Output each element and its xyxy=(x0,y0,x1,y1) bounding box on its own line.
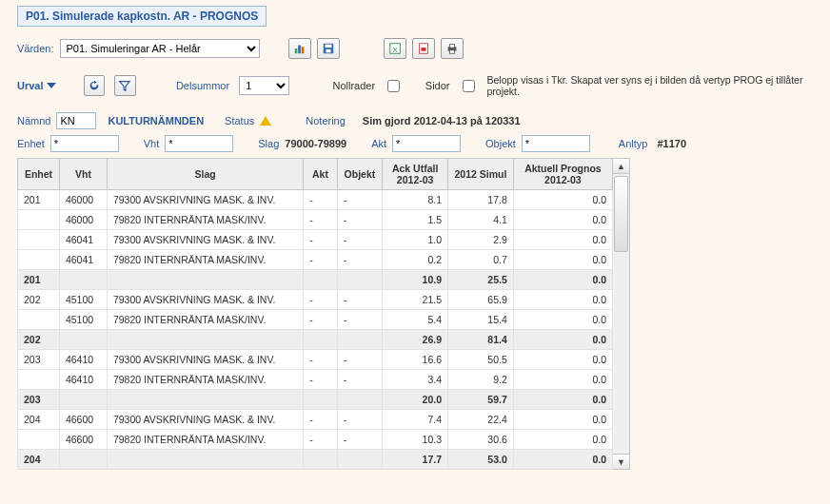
table-row: 2044660079300 AVSKRIVNING MASK. & INV.--… xyxy=(18,410,613,430)
svg-rect-5 xyxy=(326,49,330,53)
ack-cell[interactable]: 7.4 xyxy=(383,410,448,430)
ack-cell[interactable]: 10.3 xyxy=(383,430,448,450)
akt-label: Akt xyxy=(371,138,386,149)
chart-icon[interactable] xyxy=(288,38,311,59)
data-table: Enhet Vht Slag Akt Objekt Ack Utfall 201… xyxy=(17,158,613,470)
namnd-input[interactable] xyxy=(56,112,96,129)
col-ack[interactable]: Ack Utfall 2012-03 xyxy=(383,159,448,190)
table-row: 20110.925.50.0 xyxy=(18,270,613,290)
table-row: 4660079820 INTERNRÄNTA MASK/INV.--10.330… xyxy=(18,430,613,450)
col-objekt[interactable]: Objekt xyxy=(337,159,383,190)
table-row: 20320.059.70.0 xyxy=(18,390,613,410)
table-row: 20417.753.00.0 xyxy=(18,450,613,470)
enhet-input[interactable] xyxy=(50,135,119,152)
ack-cell[interactable]: 3.4 xyxy=(383,370,448,390)
urval-dropdown[interactable]: Urval xyxy=(17,80,56,91)
svg-rect-1 xyxy=(298,46,301,54)
prognos-cell[interactable]: 0.0 xyxy=(513,430,612,450)
pdf-icon[interactable] xyxy=(412,38,435,59)
status-label: Status xyxy=(225,115,254,126)
table-row: 2014600079300 AVSKRIVNING MASK. & INV.--… xyxy=(18,190,613,210)
table-row: 2034641079300 AVSKRIVNING MASK. & INV.--… xyxy=(18,350,613,370)
anltyp-value: #1170 xyxy=(657,138,686,149)
ack-cell[interactable]: 1.0 xyxy=(383,230,448,250)
svg-rect-2 xyxy=(301,47,304,53)
svg-marker-14 xyxy=(120,82,130,91)
svg-rect-11 xyxy=(449,45,454,48)
nollrader-checkbox[interactable] xyxy=(387,80,400,92)
filter-icon[interactable] xyxy=(114,75,135,96)
anltyp-label: Anltyp xyxy=(619,138,648,149)
vht-label: Vht xyxy=(144,138,160,149)
svg-marker-13 xyxy=(47,83,56,88)
prognos-cell[interactable]: 0.0 xyxy=(513,350,612,370)
page-title: P01. Simulerade kapkostn. AR - PROGNOS xyxy=(17,6,267,27)
table-row: 4600079820 INTERNRÄNTA MASK/INV.--1.54.1… xyxy=(18,210,613,230)
prognos-cell[interactable]: 0.0 xyxy=(513,190,612,210)
prognos-cell[interactable]: 0.0 xyxy=(513,290,612,310)
akt-input[interactable] xyxy=(392,135,461,152)
col-enhet[interactable]: Enhet xyxy=(18,159,60,190)
scroll-down-icon[interactable]: ▼ xyxy=(613,454,629,469)
info-note: Belopp visas i Tkr. Skapat ver syns ej i… xyxy=(487,74,813,97)
delsummor-label: Delsummor xyxy=(176,80,229,91)
ack-cell[interactable]: 1.5 xyxy=(383,210,448,230)
col-vht[interactable]: Vht xyxy=(59,159,107,190)
objekt-label: Objekt xyxy=(485,138,516,149)
col-simul[interactable]: 2012 Simul xyxy=(448,159,514,190)
notering-label: Notering xyxy=(306,115,346,126)
refresh-icon[interactable] xyxy=(84,75,105,96)
objekt-input[interactable] xyxy=(522,135,590,152)
table-row: 4510079820 INTERNRÄNTA MASK/INV.--5.415.… xyxy=(18,310,613,330)
col-prognos[interactable]: Aktuell Prognos 2012-03 xyxy=(513,159,612,190)
ack-cell[interactable]: 0.2 xyxy=(383,250,448,270)
varden-label: Värden: xyxy=(17,43,54,54)
col-slag[interactable]: Slag xyxy=(107,159,303,190)
excel-icon[interactable]: X xyxy=(384,38,406,59)
table-row: 4604179820 INTERNRÄNTA MASK/INV.--0.20.7… xyxy=(18,250,613,270)
prognos-cell[interactable]: 0.0 xyxy=(513,370,612,390)
prognos-cell[interactable]: 0.0 xyxy=(513,310,612,330)
svg-text:X: X xyxy=(392,46,398,54)
slag-label: Slag xyxy=(258,138,279,149)
ack-cell[interactable]: 5.4 xyxy=(383,310,448,330)
print-icon[interactable] xyxy=(441,38,464,59)
notering-value: Sim gjord 2012-04-13 på 120331 xyxy=(363,115,521,126)
svg-rect-12 xyxy=(449,50,454,54)
slag-value: 79000-79899 xyxy=(285,138,346,149)
namnd-name: KULTURNÄMNDEN xyxy=(108,115,204,126)
prognos-cell[interactable]: 0.0 xyxy=(513,250,612,270)
save-icon[interactable] xyxy=(317,38,340,59)
warning-icon xyxy=(260,116,271,126)
col-akt[interactable]: Akt xyxy=(304,159,337,190)
nollrader-label: Nollrader xyxy=(332,80,375,91)
varden-select[interactable]: P01. Simuleringar AR - Helår xyxy=(60,39,260,58)
namnd-label: Nämnd xyxy=(17,115,50,126)
table-row: 4604179300 AVSKRIVNING MASK. & INV.--1.0… xyxy=(18,230,613,250)
prognos-cell[interactable]: 0.0 xyxy=(513,210,612,230)
ack-cell[interactable]: 21.5 xyxy=(383,290,448,310)
scroll-up-icon[interactable]: ▲ xyxy=(613,159,629,174)
table-row: 2024510079300 AVSKRIVNING MASK. & INV.--… xyxy=(18,290,613,310)
svg-rect-4 xyxy=(325,45,331,48)
vertical-scrollbar[interactable]: ▲ ▼ xyxy=(613,158,630,470)
ack-cell[interactable]: 8.1 xyxy=(383,190,448,210)
svg-rect-9 xyxy=(421,48,425,51)
ack-cell[interactable]: 16.6 xyxy=(383,350,448,370)
prognos-cell[interactable]: 0.0 xyxy=(513,230,612,250)
sidor-label: Sidor xyxy=(425,80,450,91)
delsummor-select[interactable]: 1 xyxy=(239,76,288,95)
table-row: 4641079820 INTERNRÄNTA MASK/INV.--3.49.2… xyxy=(18,370,613,390)
enhet-label: Enhet xyxy=(17,138,45,149)
sidor-checkbox[interactable] xyxy=(463,80,475,92)
svg-rect-0 xyxy=(294,48,297,53)
vht-input[interactable] xyxy=(165,135,233,152)
table-row: 20226.981.40.0 xyxy=(18,330,613,350)
prognos-cell[interactable]: 0.0 xyxy=(513,410,612,430)
